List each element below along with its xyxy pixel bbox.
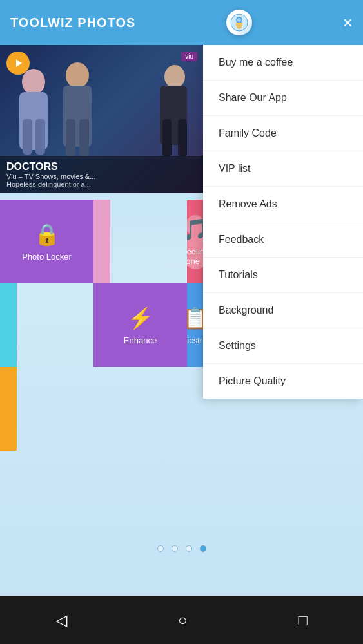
feeling-tone-icon: 🎵 (187, 217, 204, 242)
app-title: TOOLWIZ PHOTOS (10, 15, 135, 30)
nav-bar: ◁ ○ □ (0, 596, 363, 644)
picstrip-icon: 📋 (187, 306, 204, 330)
app-logo-icon (226, 10, 252, 35)
main-content: viu (0, 45, 363, 596)
menu-item-share-app[interactable]: Share Our App (203, 80, 363, 116)
photo-locker-icon: 🔒 (34, 222, 60, 247)
nav-home-button[interactable]: ○ (178, 611, 188, 629)
nav-recent-button[interactable]: □ (299, 611, 308, 629)
page-dot-2[interactable] (172, 545, 178, 552)
svg-point-7 (66, 62, 89, 88)
svg-rect-9 (66, 119, 75, 156)
svg-rect-6 (35, 119, 45, 155)
menu-item-vip-list[interactable]: VIP list (203, 151, 363, 187)
tile-enhance[interactable]: ⚡ Enhance (93, 283, 187, 367)
banner-overlay: DOCTORS Viu – TV Shows, movies &... Hope… (0, 156, 204, 193)
banner-title: DOCTORS (6, 161, 197, 173)
menu-item-feedback[interactable]: Feedback (203, 222, 363, 258)
enhance-label: Enhance (124, 336, 157, 345)
picstrip-label: Picstrip (187, 336, 204, 345)
close-button[interactable]: × (343, 14, 353, 31)
ad-banner[interactable]: viu (0, 45, 204, 193)
feeling-tone-label: Feeling Tone (187, 247, 204, 266)
menu-item-family-code[interactable]: Family Code (203, 116, 363, 151)
svg-rect-10 (79, 119, 89, 156)
photo-locker-label: Photo Locker (22, 252, 72, 261)
svg-point-3 (22, 69, 45, 95)
nav-back-button[interactable]: ◁ (55, 611, 67, 629)
page-indicators (0, 545, 363, 552)
banner-play-icon[interactable] (6, 52, 30, 75)
page-dot-4[interactable] (200, 545, 206, 552)
feature-tiles: 🔒 Photo Locker 🎵 Feeling Tone ⚡ Enhance … (0, 200, 204, 451)
menu-item-background[interactable]: Background (203, 293, 363, 328)
menu-item-picture-quality[interactable]: Picture Quality (203, 364, 363, 399)
svg-rect-5 (23, 119, 32, 155)
banner-subtitle: Viu – TV Shows, movies &... (6, 173, 197, 180)
svg-point-2 (237, 18, 241, 22)
svg-rect-14 (178, 119, 187, 156)
tile-photo-locker[interactable]: 🔒 Photo Locker (0, 200, 93, 283)
tile-cyan-partial (0, 283, 17, 367)
menu-item-tutorials[interactable]: Tutorials (203, 258, 363, 293)
banner-description: Hopeless delinquent or a... (6, 180, 197, 188)
tile-feeling-tone[interactable]: 🎵 Feeling Tone (187, 200, 204, 283)
tile-social-partial (93, 200, 110, 283)
page-dot-3[interactable] (186, 545, 192, 552)
menu-item-buy-coffee[interactable]: Buy me a coffee (203, 45, 363, 80)
page-dot-1[interactable] (157, 545, 164, 552)
svg-point-11 (164, 65, 185, 88)
app-header: TOOLWIZ PHOTOS × (0, 0, 363, 45)
menu-item-settings[interactable]: Settings (203, 328, 363, 364)
tile-picstrip[interactable]: 📋 Picstrip (187, 283, 204, 367)
dropdown-menu: Buy me a coffee Share Our App Family Cod… (203, 45, 363, 399)
svg-marker-15 (16, 59, 22, 67)
tile-orange-partial (0, 367, 17, 451)
svg-rect-13 (162, 119, 172, 156)
menu-item-remove-ads[interactable]: Remove Ads (203, 187, 363, 222)
enhance-icon: ⚡ (128, 306, 153, 330)
